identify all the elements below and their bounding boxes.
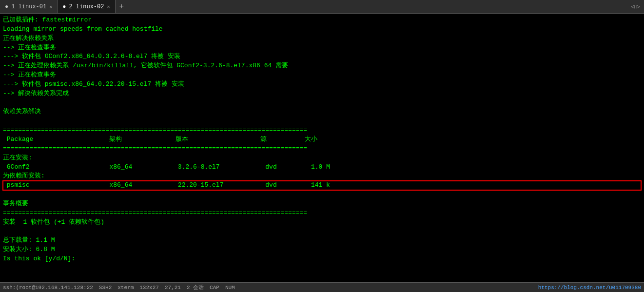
tab-close-1[interactable]: ✕ <box>49 4 52 10</box>
terminal-line: 安装 1 软件包 (+1 依赖软件包) <box>3 218 641 227</box>
terminal-line <box>3 227 641 236</box>
add-tab-button[interactable]: + <box>116 0 128 13</box>
terminal-line: ---> 软件包 psmisc.x86_64.0.22.20-15.el7 将被… <box>3 80 641 89</box>
terminal-line: 为依赖而安装: <box>3 172 641 181</box>
tab-next-button[interactable]: ▷ <box>637 3 640 10</box>
num-label: NUM <box>225 285 235 291</box>
terminal-line: Loading mirror speeds from cached hostfi… <box>3 25 641 34</box>
watermark: https://blog.csdn.net/u011709380 <box>538 285 641 291</box>
terminal-line <box>3 98 641 108</box>
terminal-line: 已加载插件: fastestmirror <box>3 16 641 25</box>
terminal-line: --> 正在检查事务 <box>3 71 641 80</box>
terminal-line: --> 正在处理依赖关系 /usr/bin/killall, 它被软件包 GCo… <box>3 61 641 71</box>
terminal-line: 正在解决依赖关系 <box>3 34 641 43</box>
terminal-line: --> 解决依赖关系完成 <box>3 89 641 98</box>
xterm-label: xterm <box>117 285 134 291</box>
tab-linux-01[interactable]: ● 1 linux-01 ✕ <box>0 0 58 13</box>
ssh-status: ssh:(root@192.168.141.128:22 <box>3 285 93 291</box>
terminal-line: ========================================… <box>3 144 641 154</box>
terminal-line: 依赖关系解决 <box>3 107 641 117</box>
terminal-line: 正在安装: <box>3 154 641 163</box>
terminal-line: 事务概要 <box>3 199 641 209</box>
terminal-area[interactable]: 已加载插件: fastestmirrorLoading mirror speed… <box>0 14 644 282</box>
title-bar: ● 1 linux-01 ✕ ● 2 linux-02 ✕ + ◁ ▷ <box>0 0 644 14</box>
terminal-line: 安装大小: 6.8 M <box>3 245 641 254</box>
terminal-line: ========================================… <box>3 209 641 218</box>
terminal-line: ---> 软件包 GConf2.x86_64.0.3.2.6-8.el7 将被 … <box>3 52 641 61</box>
terminal-line <box>3 190 641 199</box>
terminal-line: ========================================… <box>3 126 641 135</box>
tab-icon-2: ● <box>62 3 66 10</box>
tab-label-2: 2 linux-02 <box>69 3 104 10</box>
caps-label: CAP <box>210 285 219 291</box>
tab-icon-1: ● <box>5 3 8 10</box>
terminal-line <box>3 117 641 126</box>
tab-prev-button[interactable]: ◁ <box>631 3 635 10</box>
terminal-line: --> 正在检查事务 <box>3 43 641 53</box>
status-bar: ssh:(root@192.168.141.128:22 SSH2 xterm … <box>0 282 644 292</box>
terminal-line: 总下载量: 1.1 M <box>3 236 641 245</box>
tab-label-1: 1 linux-01 <box>11 3 46 10</box>
terminal-line: GConf2 x86_64 3.2.6-8.el7 dvd 1.0 M <box>3 163 641 172</box>
position-label: 27,21 <box>165 285 181 291</box>
tab-linux-02[interactable]: ● 2 linux-02 ✕ <box>58 0 115 13</box>
tab-close-2[interactable]: ✕ <box>107 4 110 10</box>
tab-navigation: ◁ ▷ <box>631 3 644 10</box>
terminal-line-highlighted: psmisc x86_64 22.20-15.el7 dvd 141 k <box>3 181 641 190</box>
sessions-label: 2 会话 <box>187 284 204 291</box>
terminal-line: Is this ok [y/d/N]: <box>3 254 641 264</box>
dimensions-label: 132x27 <box>139 285 159 291</box>
ssh2-label: SSH2 <box>99 285 112 291</box>
terminal-line: Package 架构 版本 源 大小 <box>3 135 641 144</box>
